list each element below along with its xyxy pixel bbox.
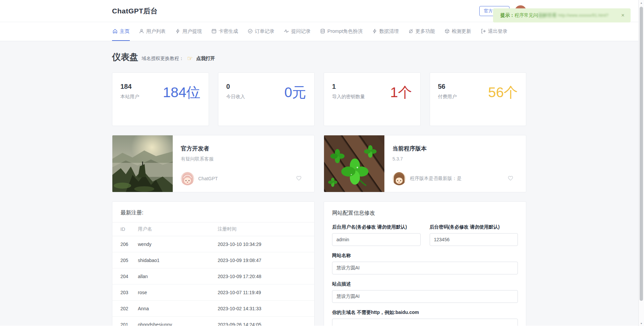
nav-item-home[interactable]: 主页 [112,22,130,41]
bottom-section: 最新注册: ID 用户名 注册时间 206 wendy 2023-10-10 1… [112,201,526,326]
nav-label: 更多功能 [416,28,435,35]
info-cards: 官方开发者 有疑问联系客服 [112,135,526,192]
cell-username: shidabao1 [138,258,218,263]
table-row: 203 rose 2023-10-07 11:19:49 [112,284,314,301]
nav-item-user-list[interactable]: 用户列表 [139,22,166,41]
admin-username-label: 后台用户名(务必修改 请勿使用默认) [332,224,421,230]
nav-item-prompt-roleplay[interactable]: Prompt角色扮演 [320,22,363,41]
table-row: 204 allan 2023-10-09 17:20:48 [112,268,314,284]
admin-password-input[interactable] [430,233,518,246]
page-title: 仪表盘 [112,51,138,63]
card-footer: ChatGPT [181,172,306,185]
heart-outline-icon[interactable] [507,175,514,183]
card-icon [211,28,217,34]
site-name-label: 网站名称 [332,253,518,259]
cell-username: allan [138,274,218,279]
cell-regtime: 2023-10-09 17:20:48 [218,274,306,279]
clover-photo [324,135,384,192]
table-row: 206 wendy 2023-10-10 10:34:29 [112,236,314,252]
stat-value: 184位 [163,85,200,100]
cell-username: ohgodshesjunny [138,322,218,326]
table-row: 205 shidabao1 2023-10-09 19:08:47 [112,252,314,268]
cell-username: rose [138,290,218,295]
heart-outline-icon[interactable] [296,175,302,183]
cell-username: wendy [138,242,218,247]
cell-username: Anna [138,306,218,311]
cell-id: 202 [120,306,138,311]
nav-label: 卡密生成 [219,28,238,35]
activity-icon [284,28,289,34]
table-row: 201 ohgodshesjunny 2023-09-26 14:24:05 [112,317,314,326]
card-title: 官方开发者 [181,145,306,152]
developer-avatar [181,172,194,185]
stat-cards: 184 本站用户 184位 0 今日收入 0元 1 导入的密钥数量 1个 56 … [112,72,526,126]
close-icon[interactable]: × [620,11,626,19]
stat-card-today-income: 0 今日收入 0元 [218,72,315,126]
site-desc-label: 站点描述 [332,281,518,287]
domain-input[interactable] [332,319,518,326]
table-header-row: ID 用户名 注册时间 [112,222,314,236]
developer-card-body: 官方开发者 有疑问联系客服 [173,135,314,192]
database-icon [320,28,325,34]
version-card-body: 当前程序版本 5.3.7 [384,135,526,192]
scrollbar-thumb[interactable] [640,7,643,301]
column-header-regtime: 注册时间 [218,226,306,232]
box-icon [444,28,450,34]
cell-regtime: 2023-10-09 19:08:47 [218,258,306,263]
cell-regtime: 2023-10-10 10:34:29 [218,242,306,247]
mountain-photo [112,135,173,192]
success-toast: 提示： 程序常见问 题解答看 http://www.xxxxxx/91.html… [493,8,631,22]
tutorial-link[interactable]: 点我打开 [196,56,215,62]
page: ChatGPT后台 官方 主页 用户列表 用户提现 卡密生成 [0,0,638,326]
nav-item-logout[interactable]: 退出登录 [480,22,508,41]
cell-id: 203 [120,290,138,295]
nav-item-data-clean[interactable]: 数据清理 [372,22,399,41]
nav-label: 检测更新 [452,28,471,35]
nav-item-more-features[interactable]: 更多功能 [408,22,435,41]
nav-label: 订单记录 [255,28,274,35]
column-header-username: 用户名 [138,226,218,232]
admin-username-input[interactable] [332,233,421,246]
scroll-down-icon[interactable]: ▼ [639,321,644,326]
column-header-id: ID [120,226,138,232]
cell-regtime: 2023-09-26 14:24:05 [218,322,306,326]
scroll-up-icon[interactable]: ▲ [639,0,644,5]
card-footer: 程序版本是否最新版：是 [392,172,518,185]
tutorial-label: 域名授权更换教程： [142,56,184,62]
nav-label: 退出登录 [488,28,507,35]
version-avatar [392,172,406,185]
card-title: 当前程序版本 [392,145,518,152]
version-status: 程序版本是否最新版：是 [410,176,462,182]
form-title: 网站配置信息修改 [332,210,518,217]
toast-message: 程序常见问 [515,12,538,18]
site-desc-input[interactable] [332,290,518,303]
bolt-icon [175,28,180,34]
nav-label: 提问记录 [291,28,311,35]
table-title: 最新注册: [112,202,314,222]
cell-regtime: 2023-10-02 14:31:33 [218,306,306,311]
stat-value: 56个 [488,85,518,100]
site-config-card: 网站配置信息修改 后台用户名(务必修改 请勿使用默认) 后台密码(务必修改 请勿… [324,201,526,326]
page-scrollbar: ▲ ▼ [638,0,644,326]
site-name-input[interactable] [332,262,518,274]
admin-password-label: 后台密码(务必修改 请勿使用默认) [430,224,518,230]
nav-item-check-update[interactable]: 检测更新 [444,22,472,41]
stat-value: 1个 [390,85,412,100]
author-name: ChatGPT [198,176,218,181]
main-nav: 主页 用户列表 用户提现 卡密生成 订单记录 提问记录 [0,22,638,41]
cell-id: 201 [120,322,138,326]
nav-item-card-keys[interactable]: 卡密生成 [211,22,238,41]
cell-id: 204 [120,274,138,279]
toast-redacted-text: 题解答看 [538,12,557,18]
nav-item-orders[interactable]: 订单记录 [247,22,275,41]
check-circle-icon [248,28,253,34]
cell-regtime: 2023-10-07 11:19:49 [218,290,306,295]
nav-label: 数据清理 [379,28,399,35]
toast-redacted-link: http://www.xxxxxx/91.html? [558,13,608,18]
pointing-hand-icon: ☞ [187,55,193,62]
nav-label: Prompt角色扮演 [327,28,363,35]
card-subtitle: 有疑问联系客服 [181,156,306,162]
nav-item-questions[interactable]: 提问记录 [283,22,311,41]
nav-item-withdraw[interactable]: 用户提现 [175,22,202,41]
slash-circle-icon [408,28,414,34]
